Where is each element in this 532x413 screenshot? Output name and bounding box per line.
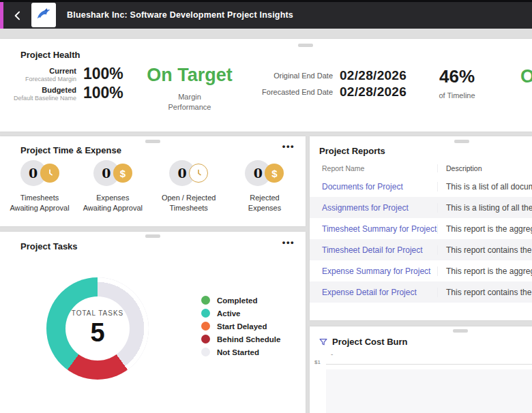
legend-dot (201, 296, 210, 305)
drag-handle[interactable] (298, 44, 313, 47)
app-header: Blueshark Inc: Software Development Proj… (0, 0, 532, 29)
dollar-filled-icon: $ (113, 164, 132, 183)
kpi-stats-row: 0 TimesheetsAwaiting Approval 0 $ Expens… (0, 159, 306, 213)
panel-title: Project Health (20, 50, 80, 60)
project-tasks-panel: Project Tasks ••• TOTAL TASKS 5 Complete… (0, 232, 306, 413)
panel-title: Project Time & Expense (20, 145, 121, 155)
drag-handle[interactable] (454, 140, 469, 143)
chart-subtitle: - (331, 350, 333, 358)
report-link[interactable]: Expense Summary for Project (310, 266, 438, 276)
legend-item-not-started[interactable]: Not Started (201, 348, 280, 356)
original-end-date-value: 02/28/2026 (340, 68, 407, 83)
panel-title: Project Tasks (20, 241, 78, 251)
report-description: This report is the aggregate of tim (438, 224, 532, 234)
kpi-label: ExpensesAwaiting Approval (83, 193, 143, 213)
project-reports-panel: Project Reports Report Name Description … (310, 136, 532, 320)
legend-dot (201, 335, 210, 343)
legend-item-start-delayed[interactable]: Start Delayed (201, 322, 280, 331)
timeline-progress: 46% of Timeline (428, 66, 486, 100)
dashboard-screen: Blueshark Inc: Software Development Proj… (0, 0, 532, 413)
budgeted-margin-value: 100% (83, 84, 123, 102)
table-row: Timesheet Detail for Project This report… (310, 239, 532, 260)
drag-handle[interactable] (453, 329, 468, 333)
y-axis-tick: $1 (314, 359, 321, 365)
project-health-panel: Project Health Current Forecasted Margin… (0, 39, 532, 132)
report-link[interactable]: Timesheet Detail for Project (310, 245, 438, 255)
kpi-timesheets-awaiting: 0 TimesheetsAwaiting Approval (5, 159, 74, 213)
dollar-filled-icon: $ (265, 164, 284, 183)
col-report-name: Report Name (310, 164, 438, 172)
report-description: This report is the aggregate of ex (438, 266, 532, 276)
legend-dot (201, 322, 210, 331)
back-button[interactable] (11, 9, 25, 22)
report-link[interactable]: Expense Detail for Project (310, 288, 438, 297)
report-link[interactable]: Timesheet Summary for Project (310, 224, 438, 234)
legend-item-active[interactable]: Active (201, 309, 280, 318)
kpi-open-rejected-timesheets: 0 Open / RejectedTimesheets (152, 159, 226, 213)
project-cost-burn-panel: Project Cost Burn - $1 (310, 326, 532, 413)
clock-outline-icon (189, 164, 208, 183)
legend-item-completed[interactable]: Completed (201, 296, 280, 305)
kpi-label: TimesheetsAwaiting Approval (10, 193, 69, 213)
tasks-legend: Completed Active Start Delayed Behind Sc… (201, 296, 280, 361)
report-description: This report contains the detail bel (438, 245, 532, 255)
col-description: Description (438, 164, 482, 172)
chevron-left-icon (11, 9, 25, 22)
ellipsis-menu-icon[interactable]: ••• (282, 239, 295, 246)
margin-status-caption: Margin Performance (136, 92, 243, 112)
kpi-expenses-awaiting: 0 $ ExpensesAwaiting Approval (81, 159, 144, 213)
gridline (326, 364, 532, 365)
table-row: Documents for Project This is a list of … (310, 176, 532, 197)
donut-center: TOTAL TASKS 5 (65, 296, 130, 361)
kpi-rejected-expenses: 0 $ RejectedExpenses (233, 159, 296, 213)
timeline-caption: of Timeline (428, 91, 486, 100)
forecasted-end-date-value: 02/28/2026 (340, 85, 407, 100)
legend-item-behind-schedule[interactable]: Behind Schedule (201, 335, 280, 343)
ellipsis-menu-icon[interactable]: ••• (282, 143, 295, 150)
drag-handle[interactable] (145, 234, 160, 238)
current-margin-label: Current Forecasted Margin (0, 67, 76, 83)
margin-status: On Target (136, 65, 243, 86)
kpi-label: Open / RejectedTimesheets (162, 193, 216, 213)
current-margin-value: 100% (83, 65, 123, 83)
filter-icon[interactable] (319, 337, 328, 347)
original-end-date-label: Original End Date (239, 72, 333, 80)
panel-title: Project Cost Burn (332, 337, 408, 347)
table-row: Expense Summary for Project This report … (310, 260, 532, 281)
project-time-expense-panel: Project Time & Expense ••• 0 TimesheetsA… (0, 136, 306, 226)
report-description: This is a listing of all the assignm (438, 203, 532, 213)
blueshark-logo (31, 3, 56, 27)
report-description: This is a list of all documents for (438, 182, 532, 192)
kpi-label: RejectedExpenses (248, 193, 281, 213)
report-link[interactable]: Assignments for Project (310, 203, 438, 213)
report-description: This report contains the detail bel (438, 288, 532, 297)
reports-table-header: Report Name Description (310, 161, 532, 176)
budgeted-margin-label: Budgeted Default Baseline Name (0, 86, 76, 102)
drag-handle[interactable] (145, 140, 160, 143)
reports-table: Report Name Description Documents for Pr… (310, 161, 532, 303)
schedule-status-clipped: O (520, 66, 532, 87)
cost-burn-plot-area (326, 369, 532, 413)
total-tasks-label: TOTAL TASKS (72, 309, 124, 317)
tasks-donut-chart: TOTAL TASKS 5 (46, 277, 149, 380)
table-row: Timesheet Summary for Project This repor… (310, 218, 532, 239)
dolphin-icon (34, 5, 53, 25)
forecasted-end-date-label: Forecasted End Date (239, 88, 333, 96)
legend-dot (201, 309, 210, 318)
legend-dot (201, 348, 210, 356)
app-title: Blueshark Inc: Software Development Proj… (67, 10, 293, 20)
panel-title: Project Reports (319, 146, 385, 156)
table-row: Expense Detail for Project This report c… (310, 281, 532, 303)
table-row: Assignments for Project This is a listin… (310, 197, 532, 218)
clock-filled-icon (40, 164, 59, 183)
timeline-percent: 46% (428, 66, 486, 87)
header-accent-strip (0, 2, 3, 29)
total-tasks-value: 5 (90, 318, 104, 348)
report-link[interactable]: Documents for Project (310, 182, 438, 192)
